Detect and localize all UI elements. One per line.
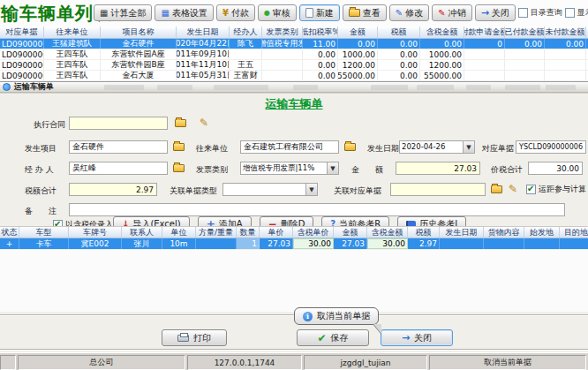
column-header[interactable]: 始发地 <box>524 227 560 238</box>
table-cell: 0.00 <box>303 49 338 59</box>
column-header[interactable]: 货物内容 <box>484 227 524 238</box>
calendar-dropdown-icon[interactable]: ▼ <box>463 141 474 153</box>
amount-with-tax-input[interactable] <box>528 162 583 175</box>
view-button[interactable]: 查看 <box>343 4 387 21</box>
column-header[interactable]: 含税金额 <box>367 227 408 238</box>
contract-input[interactable] <box>69 117 168 130</box>
catalog-query-checkbox[interactable]: 目录查询 <box>518 7 562 19</box>
column-header[interactable]: 含税金额 <box>420 26 464 38</box>
column-header[interactable]: 发生日期 <box>177 26 230 38</box>
counterparty-input[interactable] <box>240 140 339 154</box>
tax-total-input[interactable] <box>69 183 157 196</box>
table-cell <box>505 49 545 59</box>
form-row-remark: 备 注 <box>0 203 588 217</box>
remark-label: 备 注 <box>25 206 57 217</box>
column-header[interactable]: 车牌号 <box>69 227 122 238</box>
pen-edit-icon[interactable]: ✎ <box>509 183 517 195</box>
checkbox-label: 目录查询 <box>531 7 562 19</box>
table-cell <box>560 238 588 249</box>
button-label: 计算全部 <box>110 7 146 19</box>
table-cell: 1000.00 <box>420 49 464 59</box>
column-header[interactable]: 未付款金额 <box>545 26 586 38</box>
checkbox-label: 运距参与计算 <box>539 184 586 195</box>
table-row[interactable]: +卡车冀E002张川10m127.0330.0027.0330.002.97 <box>0 238 588 250</box>
table-cell: 27.03 <box>260 238 293 249</box>
handler-input[interactable] <box>69 162 168 175</box>
table-cell: 0.00 <box>303 60 338 70</box>
modify-button[interactable]: ✎修改 <box>389 4 429 21</box>
calc-all-button[interactable]: ▦计算全部 <box>94 4 152 21</box>
reverse-pen-icon: ✎ <box>438 9 445 18</box>
column-header[interactable]: 项目名称 <box>101 26 177 38</box>
column-header[interactable]: 经办人 <box>230 26 262 38</box>
column-header[interactable]: 方量/重量 <box>196 227 237 238</box>
column-header[interactable]: 税额 <box>378 26 420 38</box>
table-cell: 金石大厦 <box>101 71 177 80</box>
collapse-bar[interactable]: 运输车辆单 <box>0 81 588 93</box>
chevron-down-icon[interactable]: ▼ <box>305 184 317 195</box>
exit-arrow-icon: → <box>481 8 489 18</box>
related-doc-type-label: 关联单据类型 <box>170 185 217 197</box>
audit-button[interactable]: ●审核 <box>258 4 297 21</box>
column-header[interactable]: 车型 <box>19 227 69 238</box>
column-header[interactable]: 单位 <box>162 227 196 238</box>
close-button[interactable]: →关闭 <box>475 4 516 21</box>
folder-select-icon[interactable] <box>173 164 185 172</box>
display-checkbox[interactable]: 显示 <box>565 7 588 19</box>
column-header[interactable]: 发票类别 <box>262 26 303 38</box>
column-header[interactable]: 单价 <box>260 227 293 238</box>
column-header[interactable]: 联系人 <box>122 227 162 238</box>
table-settings-button[interactable]: ▦表格设置 <box>155 4 213 21</box>
table-row[interactable]: LD090000002王四车队东营软件园A座2011年09月10日0.00100… <box>0 49 588 60</box>
remark-input[interactable] <box>69 203 565 216</box>
table-row[interactable]: LD090000004王猛建筑队金石硬件2020年04月22日陈飞增值税专用发1… <box>0 39 588 49</box>
faded-row-fragment <box>546 85 576 90</box>
related-doc-input[interactable] <box>390 183 486 196</box>
table-cell: LD090000002 <box>0 49 44 59</box>
amount-input[interactable] <box>396 162 480 175</box>
table-cell <box>196 238 237 249</box>
doc-no-input[interactable] <box>516 140 586 154</box>
column-header[interactable]: 状态 <box>0 227 19 238</box>
invoice-type-select[interactable]: 增值税专用发票|11% ▼ <box>240 162 339 175</box>
table-row[interactable]: LD090000003王四车队东营软件园B座2011年11月10日王五0.001… <box>0 60 588 71</box>
reverse-button[interactable]: ✎冲销 <box>432 4 471 21</box>
folder-select-icon[interactable] <box>175 119 186 127</box>
table-row[interactable]: LD090000001王四车队金石大厦2011年05月31日王富财0.00550… <box>0 71 588 81</box>
table-cell: 东营软件园A座 <box>101 49 177 59</box>
column-header[interactable]: 往来单位 <box>44 26 101 38</box>
folder-select-icon[interactable] <box>344 143 356 151</box>
date-value: 2020-04-26 <box>400 141 463 153</box>
column-header[interactable]: 数量 <box>237 227 260 238</box>
close-form-button[interactable]: →关闭 <box>381 329 453 346</box>
counterparty-label: 往来单位 <box>196 143 228 155</box>
column-header[interactable]: 已付款金额 <box>505 26 545 38</box>
table-cell: 冀E002 <box>69 238 122 249</box>
column-header[interactable]: 含税单价 <box>293 227 334 238</box>
pen-edit-icon[interactable]: ✎ <box>200 117 208 129</box>
column-header[interactable]: 金额 <box>334 227 367 238</box>
column-header[interactable]: 抵扣税率% <box>303 26 338 38</box>
column-header[interactable]: 发生日期 <box>440 227 484 238</box>
chevron-down-icon[interactable]: ▼ <box>327 162 338 174</box>
related-doc-type-select[interactable]: ▼ <box>222 183 318 196</box>
save-button[interactable]: ✔保存 <box>297 329 369 346</box>
folder-select-icon[interactable] <box>173 143 185 151</box>
form-row-handler: 经 办 人 发票类别 增值税专用发票|11% ▼ 金 额 价税合计 <box>0 162 588 176</box>
project-input[interactable] <box>69 140 168 154</box>
column-header[interactable]: 目的地 <box>560 227 588 238</box>
print-button[interactable]: 打印 <box>162 329 227 346</box>
button-label: 查看 <box>363 7 381 19</box>
column-header[interactable]: 金额 <box>338 26 378 38</box>
pay-button[interactable]: ¥付款 <box>216 4 255 21</box>
folder-select-icon[interactable] <box>491 185 502 193</box>
column-header[interactable]: 付款申请金额 <box>464 26 505 38</box>
form-row-tax: 税额合计 关联单据类型 ▼ 关联对应单据 ✎ 运距参与计算 <box>0 183 588 197</box>
tax-total-label: 税额合计 <box>25 185 57 197</box>
distance-calc-checkbox[interactable]: 运距参与计算 <box>526 184 586 195</box>
date-picker[interactable]: 2020-04-26 ▼ <box>399 140 475 154</box>
column-header[interactable]: 对应单据 <box>0 26 44 38</box>
table-cell: 27.03 <box>334 238 367 249</box>
new-button[interactable]: 新建 <box>299 4 340 21</box>
column-header[interactable]: 税额 <box>408 227 440 238</box>
